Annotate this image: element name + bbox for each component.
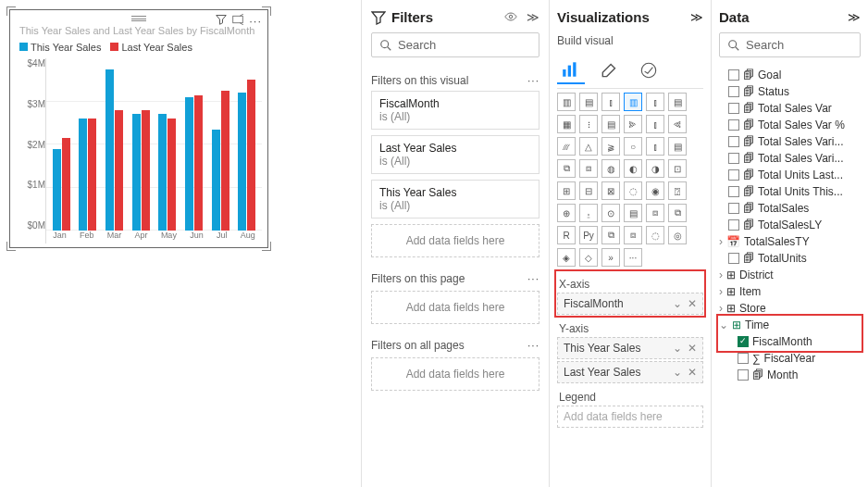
data-table[interactable]: ›⊞District bbox=[719, 267, 861, 283]
visual-type-icon[interactable]: ▥ bbox=[624, 93, 642, 111]
visual-type-icon[interactable]: ○ bbox=[624, 137, 642, 156]
visual-type-icon[interactable]: ⫷ bbox=[668, 115, 687, 133]
xaxis-field[interactable]: FiscalMonth⌄✕ bbox=[557, 293, 703, 315]
visual-type-icon[interactable]: ⧈ bbox=[579, 159, 598, 178]
visual-type-icon[interactable]: R bbox=[557, 226, 576, 244]
visual-type-icon[interactable]: ⫸ bbox=[624, 115, 642, 133]
build-visual-tab[interactable] bbox=[557, 56, 585, 84]
visual-type-icon[interactable]: ⊕ bbox=[557, 204, 576, 222]
bar-group[interactable] bbox=[238, 80, 255, 231]
resize-handle-tl[interactable] bbox=[6, 6, 16, 16]
visual-type-icon[interactable]: ⧉ bbox=[601, 226, 620, 244]
yaxis-field[interactable]: Last Year Sales⌄✕ bbox=[557, 361, 703, 383]
visual-type-icon[interactable]: ⫶ bbox=[579, 115, 598, 133]
visual-type-icon[interactable]: ▤ bbox=[668, 137, 687, 156]
yaxis-field[interactable]: This Year Sales⌄✕ bbox=[557, 337, 703, 359]
bar-group[interactable] bbox=[212, 91, 229, 231]
data-field[interactable]: 🗐Goal bbox=[719, 67, 861, 83]
remove-icon[interactable]: ✕ bbox=[688, 366, 697, 379]
clustered-bar-visual[interactable]: ··· This Year Sales and Last Year Sales … bbox=[9, 9, 268, 248]
data-field[interactable]: 🗐TotalUnits bbox=[719, 250, 861, 267]
visual-type-icon[interactable]: ⍰ bbox=[668, 181, 687, 200]
visual-type-icon[interactable]: ⧉ bbox=[668, 204, 687, 222]
data-table[interactable]: ›⊞Store bbox=[719, 300, 861, 317]
data-field[interactable]: ›📅TotalSalesTY bbox=[719, 233, 861, 250]
data-field[interactable]: 🗐TotalSales bbox=[719, 200, 861, 217]
visual-type-icon[interactable]: ◌ bbox=[646, 226, 664, 244]
collapse-icon[interactable]: ≫ bbox=[690, 10, 703, 24]
bar-group[interactable] bbox=[105, 69, 123, 231]
data-field[interactable]: 🗐Status bbox=[719, 83, 861, 100]
data-field[interactable]: 🗐Month bbox=[719, 367, 861, 383]
visual-type-icon[interactable]: ⫿ bbox=[646, 115, 664, 133]
resize-handle-br[interactable] bbox=[262, 242, 271, 251]
visual-type-icon[interactable]: ⫺ bbox=[601, 137, 620, 156]
bar-group[interactable] bbox=[79, 119, 96, 231]
visual-type-icon[interactable]: ⊠ bbox=[601, 181, 620, 200]
visual-type-icon[interactable]: △ bbox=[579, 137, 598, 156]
bar-group[interactable] bbox=[185, 95, 203, 231]
data-field[interactable]: ∑FiscalYear bbox=[719, 350, 861, 367]
data-field[interactable]: 🗐Total Sales Var bbox=[719, 100, 861, 117]
visual-type-icon[interactable]: ▤ bbox=[601, 115, 620, 133]
analytics-tab[interactable] bbox=[635, 56, 663, 84]
visual-type-icon[interactable]: ◈ bbox=[557, 248, 576, 267]
data-search[interactable]: Search bbox=[719, 32, 861, 57]
bar-group[interactable] bbox=[132, 110, 150, 231]
collapse-icon[interactable]: ≫ bbox=[527, 10, 539, 24]
data-field[interactable]: 🗐Total Sales Vari... bbox=[719, 150, 861, 167]
visual-type-icon[interactable]: ⧈ bbox=[646, 204, 664, 222]
visual-type-icon[interactable]: ⫿ bbox=[646, 137, 664, 156]
filter-drop-zone[interactable]: Add data fields here bbox=[371, 291, 539, 324]
visual-type-icon[interactable]: ▦ bbox=[557, 115, 576, 133]
data-field[interactable]: 🗐Total Units Last... bbox=[719, 167, 861, 183]
data-table-time[interactable]: ⌄⊞Time bbox=[719, 317, 861, 333]
bar-group[interactable] bbox=[158, 114, 176, 231]
visual-type-icon[interactable]: ⫿ bbox=[601, 93, 620, 111]
filter-drop-zone[interactable]: Add data fields here bbox=[371, 224, 539, 257]
visual-type-icon[interactable]: ⊡ bbox=[668, 159, 687, 178]
chevron-down-icon[interactable]: ⌄ bbox=[673, 297, 682, 310]
visual-type-icon[interactable]: ◇ bbox=[579, 248, 598, 267]
remove-icon[interactable]: ✕ bbox=[688, 342, 697, 355]
visual-type-icon[interactable]: ◑ bbox=[646, 159, 664, 178]
eye-icon[interactable] bbox=[504, 10, 517, 24]
data-field[interactable]: 🗐TotalSalesLY bbox=[719, 217, 861, 233]
visual-type-icon[interactable]: ◎ bbox=[668, 226, 687, 244]
chevron-down-icon[interactable]: ⌄ bbox=[673, 342, 682, 355]
visual-type-icon[interactable]: ··· bbox=[624, 248, 642, 267]
data-field[interactable]: 🗐Total Sales Var % bbox=[719, 117, 861, 133]
data-field-fiscalmonth[interactable]: FiscalMonth bbox=[719, 333, 861, 350]
visual-type-icon[interactable]: ⊙ bbox=[601, 204, 620, 222]
chevron-down-icon[interactable]: ⌄ bbox=[673, 366, 682, 379]
resize-handle-bl[interactable] bbox=[6, 242, 16, 251]
visual-type-icon[interactable]: ◐ bbox=[624, 159, 642, 178]
visual-type-icon[interactable]: ◌ bbox=[624, 181, 642, 200]
visual-type-icon[interactable]: ▥ bbox=[557, 93, 576, 111]
bar-group[interactable] bbox=[53, 138, 70, 231]
chart-plot-area[interactable]: $4M $3M $2M $1M $0M JanFebMarAprMayJunJu… bbox=[14, 58, 264, 244]
data-field[interactable]: 🗐Total Units This... bbox=[719, 183, 861, 200]
filter-card[interactable]: Last Year Salesis (All) bbox=[371, 135, 539, 174]
visual-type-icon[interactable]: ▤ bbox=[579, 93, 598, 111]
legend-drop-zone[interactable]: Add data fields here bbox=[557, 406, 703, 428]
more-options-icon[interactable]: ··· bbox=[249, 14, 262, 28]
section-more-icon[interactable]: ··· bbox=[527, 339, 539, 352]
resize-handle-tr[interactable] bbox=[262, 6, 271, 16]
visual-type-icon[interactable]: Py bbox=[579, 226, 598, 244]
visual-type-icon[interactable]: ◍ bbox=[601, 159, 620, 178]
focus-mode-icon[interactable] bbox=[232, 14, 243, 28]
report-canvas[interactable]: ··· This Year Sales and Last Year Sales … bbox=[0, 0, 361, 487]
section-more-icon[interactable]: ··· bbox=[527, 272, 539, 285]
remove-icon[interactable]: ✕ bbox=[688, 297, 697, 310]
visual-type-icon[interactable]: ▤ bbox=[624, 204, 642, 222]
filter-icon[interactable] bbox=[216, 14, 227, 28]
collapse-icon[interactable]: ≫ bbox=[848, 10, 861, 24]
format-visual-tab[interactable] bbox=[596, 56, 624, 84]
visual-type-icon[interactable]: ⧈ bbox=[624, 226, 642, 244]
visual-type-icon[interactable]: ⧉ bbox=[557, 159, 576, 178]
filters-search[interactable]: Search bbox=[371, 32, 539, 57]
visual-type-icon[interactable]: ▤ bbox=[668, 93, 687, 111]
filter-card[interactable]: This Year Salesis (All) bbox=[371, 180, 539, 219]
visual-type-icon[interactable]: ⊟ bbox=[579, 181, 598, 200]
